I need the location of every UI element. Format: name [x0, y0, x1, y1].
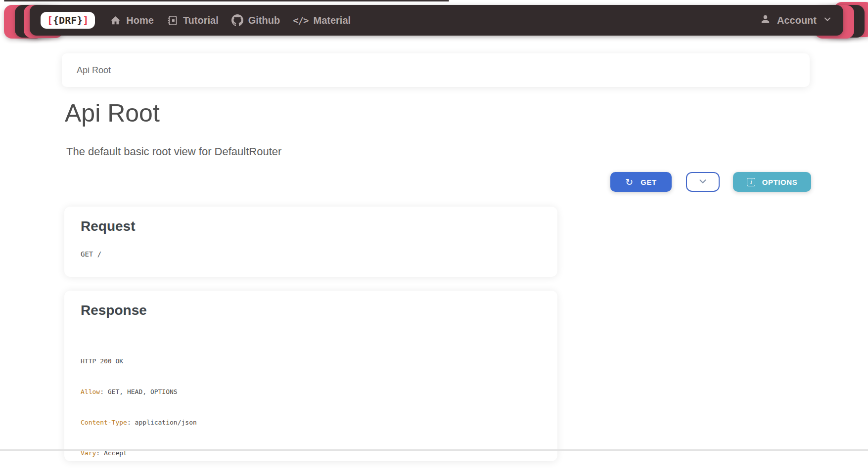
chevron-down-icon [822, 14, 832, 27]
github-icon [231, 14, 243, 26]
code-icon: </> [293, 15, 308, 26]
request-card: Request GET / [64, 207, 557, 277]
options-button[interactable]: i OPTIONS [733, 172, 811, 192]
page-subtitle: The default basic root view for DefaultR… [66, 145, 281, 158]
get-button[interactable]: ↻ GET [610, 172, 672, 192]
brand-bracket-close: ] [83, 14, 89, 26]
page: [{DRF}] Home [0, 0, 868, 475]
nav-item-tutorial[interactable]: Tutorial [167, 15, 219, 26]
get-button-label: GET [640, 178, 657, 186]
refresh-icon: ↻ [625, 177, 633, 187]
account-label: Account [777, 15, 817, 26]
divider [0, 449, 868, 451]
options-button-label: OPTIONS [762, 178, 798, 186]
breadcrumb: Api Root [62, 53, 810, 87]
nav-item-label: Tutorial [183, 15, 219, 26]
nav-links: Home Tutorial [110, 14, 351, 26]
nav-item-github[interactable]: Github [231, 14, 280, 26]
navbar-top-edge-decoration [4, 0, 449, 1]
format-dropdown-button[interactable] [686, 172, 720, 192]
info-icon: i [747, 178, 755, 186]
brand-logo[interactable]: [{DRF}] [41, 12, 95, 29]
response-card: Response HTTP 200 OK Allow: GET, HEAD, O… [64, 291, 557, 461]
nav-item-label: Github [248, 15, 280, 26]
response-heading: Response [81, 302, 541, 318]
response-header-line: Content-Type: application/json [81, 418, 541, 428]
journal-icon [167, 15, 178, 26]
chevron-down-icon [697, 176, 708, 188]
nav-item-label: Home [126, 15, 154, 26]
account-menu[interactable]: Account [760, 13, 832, 27]
nav-item-label: Material [314, 15, 351, 26]
status-line: HTTP 200 OK [81, 356, 541, 367]
home-icon [110, 15, 121, 26]
brand-bracket-open: [ [47, 14, 53, 26]
navbar-main: [{DRF}] Home [30, 5, 843, 36]
response-body: HTTP 200 OK Allow: GET, HEAD, OPTIONS Co… [81, 336, 541, 475]
response-header-line: Allow: GET, HEAD, OPTIONS [81, 387, 541, 397]
request-heading: Request [81, 218, 541, 234]
nav-item-material[interactable]: </> Material [293, 15, 351, 26]
brand-name: {DRF} [53, 14, 83, 26]
person-icon [760, 13, 771, 27]
breadcrumb-item: Api Root [77, 65, 111, 76]
page-title: Api Root [65, 99, 160, 128]
nav-item-home[interactable]: Home [110, 15, 154, 26]
request-line: GET / [81, 249, 541, 259]
